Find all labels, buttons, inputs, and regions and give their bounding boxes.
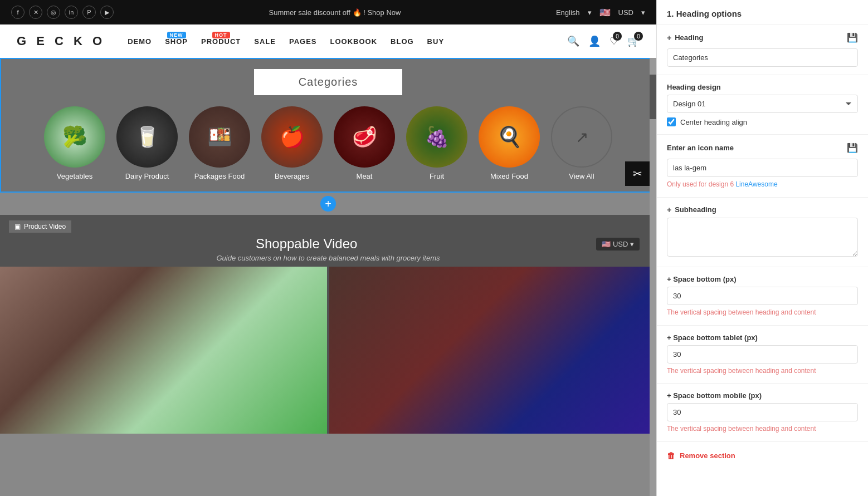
currency-chevron[interactable]: ▾ bbox=[641, 8, 645, 17]
lang-chevron[interactable]: ▾ bbox=[588, 8, 592, 17]
category-view-all[interactable]: ↗ View All bbox=[551, 106, 612, 180]
category-circle-packages: 🍱 bbox=[189, 106, 250, 168]
heading-design-label: Heading design bbox=[667, 83, 858, 91]
account-button[interactable]: 👤 bbox=[588, 35, 601, 47]
space-bottom-tablet-note: The vertical spacing between heading and… bbox=[667, 366, 858, 376]
right-panel: 1. Heading options + Heading 💾 Heading d… bbox=[656, 0, 868, 496]
space-bottom-mobile-input[interactable] bbox=[667, 403, 858, 421]
category-label-view-all: View All bbox=[569, 172, 594, 180]
category-label-beverages: Beverages bbox=[275, 172, 309, 180]
promo-text: Summer sale discount off 🔥 ! Shop Now bbox=[269, 8, 401, 17]
language-selector[interactable]: English bbox=[556, 8, 580, 17]
main-area: f ✕ ◎ in P ▶ Summer sale discount off 🔥 … bbox=[0, 0, 656, 496]
shop-badge: NEW bbox=[167, 32, 186, 38]
instagram-icon[interactable]: ◎ bbox=[47, 6, 60, 19]
center-heading-row: Center heading align bbox=[667, 117, 858, 126]
category-circle-vegetables: 🥦 bbox=[44, 106, 105, 168]
icon-name-label: Enter an icon name bbox=[667, 144, 734, 152]
youtube-icon[interactable]: ▶ bbox=[100, 6, 114, 19]
nav-pages[interactable]: PAGES bbox=[289, 37, 317, 46]
icon-name-input[interactable] bbox=[667, 159, 858, 177]
twitter-icon[interactable]: ✕ bbox=[29, 6, 42, 19]
category-dairy[interactable]: 🥛 Dairy Product bbox=[116, 106, 178, 180]
nav-blog[interactable]: BLOG bbox=[391, 37, 414, 46]
panel-title: 1. Heading options bbox=[657, 0, 868, 24]
category-label-dairy: Dairy Product bbox=[125, 172, 169, 180]
nav-product[interactable]: PRODUCT HOT bbox=[201, 37, 241, 46]
category-circle-mixed: 🍳 bbox=[479, 106, 540, 168]
pv-currency[interactable]: 🇺🇸 USD ▾ bbox=[596, 238, 640, 251]
space-bottom-section: + Space bottom (px) The vertical spacing… bbox=[657, 267, 868, 326]
remove-section-button[interactable]: 🗑 Remove section bbox=[657, 442, 868, 469]
pinterest-icon[interactable]: P bbox=[82, 6, 96, 19]
flag-icon: 🇺🇸 bbox=[599, 7, 611, 18]
space-bottom-mobile-note: The vertical spacing between heading and… bbox=[667, 424, 858, 434]
category-circle-fruit: 🍇 bbox=[406, 106, 467, 168]
categories-section: Categories 🥦 Vegetables 🥛 Dairy Product … bbox=[0, 58, 656, 193]
nav-icons: 🔍 👤 ♡ 0 🛒 0 bbox=[567, 35, 640, 47]
nav-shop[interactable]: SHOP NEW bbox=[165, 37, 188, 46]
icon-save-icon[interactable]: 💾 bbox=[847, 143, 858, 153]
nav-demo[interactable]: DEMO bbox=[128, 37, 152, 46]
cart-count: 0 bbox=[634, 32, 643, 41]
category-label-meat: Meat bbox=[357, 172, 373, 180]
space-bottom-input[interactable] bbox=[667, 287, 858, 305]
icon-name-header: Enter an icon name 💾 bbox=[667, 143, 858, 153]
category-circle-view-all: ↗ bbox=[551, 106, 612, 168]
center-heading-checkbox[interactable] bbox=[667, 117, 676, 126]
space-bottom-label: + Space bottom (px) bbox=[667, 275, 858, 283]
wishlist-button[interactable]: ♡ 0 bbox=[609, 35, 618, 47]
social-icons: f ✕ ◎ in P ▶ bbox=[11, 6, 114, 19]
subheading-textarea[interactable] bbox=[667, 218, 858, 257]
scrollbar[interactable] bbox=[650, 58, 656, 496]
category-vegetables[interactable]: 🥦 Vegetables bbox=[44, 106, 105, 180]
trash-icon: 🗑 bbox=[667, 451, 675, 460]
nav-buy[interactable]: BUY bbox=[427, 37, 444, 46]
category-circle-dairy: 🥛 bbox=[116, 106, 178, 168]
heading-label: + Heading bbox=[667, 33, 703, 42]
pv-subtitle: Guide customers on how to create balance… bbox=[0, 254, 656, 262]
category-fruit[interactable]: 🍇 Fruit bbox=[406, 106, 467, 180]
scroll-thumb[interactable] bbox=[650, 75, 656, 119]
icon-name-section: Enter an icon name 💾 Only used for desig… bbox=[657, 135, 868, 198]
linkedin-icon[interactable]: in bbox=[65, 6, 78, 19]
space-bottom-tablet-section: + Space bottom tablet (px) The vertical … bbox=[657, 326, 868, 384]
section-bar-icon: ▣ bbox=[14, 223, 21, 230]
currency-selector[interactable]: USD bbox=[618, 8, 633, 17]
heading-design-section: Heading design Design 01 Design 02 Desig… bbox=[657, 75, 868, 135]
nav-sale[interactable]: SALE bbox=[254, 37, 276, 46]
cart-button[interactable]: 🛒 0 bbox=[627, 35, 640, 47]
add-section-area: + bbox=[0, 196, 656, 212]
wishlist-count: 0 bbox=[613, 32, 622, 41]
section-bar: ▣ Product Video bbox=[9, 220, 71, 233]
space-bottom-tablet-input[interactable] bbox=[667, 345, 858, 364]
video-thumb-2[interactable] bbox=[329, 267, 656, 434]
heading-input[interactable] bbox=[667, 48, 858, 67]
heading-design-select[interactable]: Design 01 Design 02 Design 03 bbox=[667, 95, 858, 113]
facebook-icon[interactable]: f bbox=[11, 6, 25, 19]
heading-save-icon[interactable]: 💾 bbox=[847, 32, 858, 43]
space-bottom-mobile-section: + Space bottom mobile (px) The vertical … bbox=[657, 384, 868, 442]
subheading-section: + Subheading bbox=[657, 198, 868, 267]
heading-plus-icon: + bbox=[667, 33, 671, 42]
category-circle-beverages: 🍎 bbox=[261, 106, 323, 168]
category-meat[interactable]: 🥩 Meat bbox=[334, 106, 395, 180]
category-beverages[interactable]: 🍎 Beverages bbox=[261, 106, 323, 180]
video-thumb-1[interactable] bbox=[0, 267, 327, 434]
category-label-vegetables: Vegetables bbox=[57, 172, 92, 180]
nav-items: DEMO SHOP NEW PRODUCT HOT SALE PAGES LOO… bbox=[128, 37, 550, 46]
space-bottom-note: The vertical spacing between heading and… bbox=[667, 308, 858, 317]
flag-small: 🇺🇸 bbox=[602, 240, 611, 248]
logo[interactable]: G E C K O bbox=[17, 34, 105, 48]
lineawesome-link[interactable]: LineAwesome bbox=[735, 180, 777, 188]
lang-currency: English ▾ 🇺🇸 USD ▾ bbox=[556, 7, 645, 18]
content-area: Categories 🥦 Vegetables 🥛 Dairy Product … bbox=[0, 58, 656, 496]
tool-button[interactable]: ✂ bbox=[625, 161, 650, 186]
category-mixed[interactable]: 🍳 Mixed Food bbox=[479, 106, 540, 180]
add-section-button[interactable]: + bbox=[320, 196, 336, 212]
product-video-section: ▣ Product Video Shoppable Video 🇺🇸 USD ▾… bbox=[0, 215, 656, 434]
search-button[interactable]: 🔍 bbox=[567, 35, 579, 47]
category-packages[interactable]: 🍱 Packages Food bbox=[189, 106, 250, 180]
nav-lookbook[interactable]: LOOKBOOK bbox=[330, 37, 377, 46]
categories-items: 🥦 Vegetables 🥛 Dairy Product 🍱 Packages … bbox=[1, 101, 655, 191]
